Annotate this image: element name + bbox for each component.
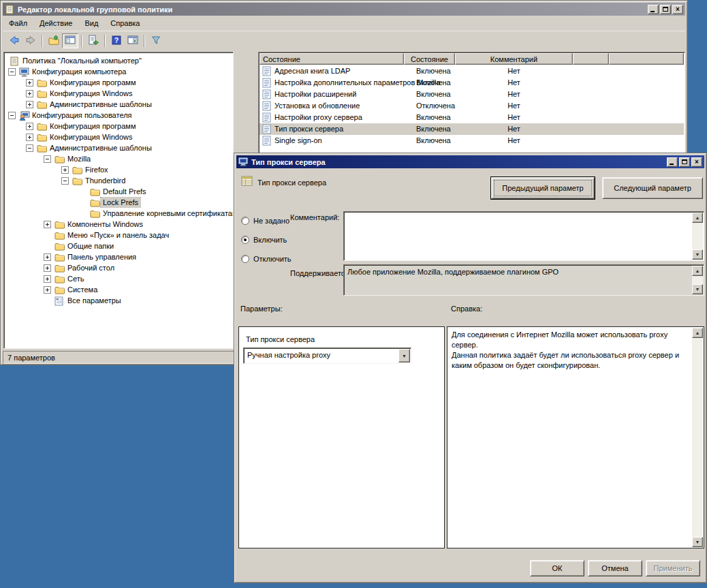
radio-checked-icon[interactable] bbox=[241, 236, 249, 244]
dialog-maximize-button[interactable] bbox=[679, 157, 690, 167]
comment-scrollbar[interactable]: ▲ ▼ bbox=[692, 213, 703, 260]
export-list-button[interactable] bbox=[85, 33, 101, 48]
tree-item[interactable]: Конфигурация программ bbox=[4, 121, 233, 132]
menu-action[interactable]: Действие bbox=[33, 17, 78, 29]
table-row[interactable]: Настройки расширенийВключенаНет bbox=[260, 89, 684, 100]
tree-item[interactable]: Firefox bbox=[4, 165, 233, 176]
expand-plus-icon[interactable] bbox=[26, 101, 33, 108]
comment-textarea[interactable]: ▲ ▼ bbox=[343, 211, 704, 261]
tree-item[interactable]: Управление корневыми сертификатами bbox=[4, 208, 233, 219]
help-button[interactable]: ? bbox=[108, 33, 125, 48]
tree-item[interactable]: Конфигурация программ bbox=[4, 78, 233, 89]
folder-icon bbox=[54, 231, 65, 240]
main-title-bar[interactable]: Редактор локальной групповой политики × bbox=[3, 3, 685, 16]
forward-button[interactable] bbox=[22, 33, 39, 48]
column-header[interactable]: Состояние bbox=[260, 53, 404, 65]
up-folder-button[interactable] bbox=[46, 33, 62, 48]
dialog-title-bar[interactable]: Тип прокси сервера × bbox=[236, 155, 704, 168]
tree-item[interactable]: Административные шаблоны bbox=[4, 143, 233, 154]
tree-item[interactable]: Рабочий стол bbox=[4, 263, 233, 274]
column-header[interactable] bbox=[573, 53, 609, 65]
proxy-type-dialog: Тип прокси сервера × Тип прокси сервера … bbox=[234, 153, 707, 583]
tree-item[interactable]: Сеть bbox=[4, 274, 233, 285]
state-radio-0[interactable]: Не задано bbox=[241, 216, 289, 226]
filter-button[interactable] bbox=[148, 33, 164, 48]
tree-item[interactable]: Конфигурация пользователя bbox=[4, 110, 233, 121]
table-row[interactable]: Настройки proxy сервераВключенаНет bbox=[260, 112, 684, 123]
tree-item-label: Конфигурация Windows bbox=[48, 132, 135, 142]
tree-item[interactable]: Меню «Пуск» и панель задач bbox=[4, 230, 233, 241]
tree-item[interactable]: Конфигурация компьютера bbox=[4, 67, 233, 78]
dialog-minimize-button[interactable] bbox=[667, 157, 678, 167]
close-button[interactable]: × bbox=[672, 5, 683, 14]
column-header[interactable]: Комментарий bbox=[455, 53, 573, 65]
setting-state: Включена bbox=[416, 67, 451, 75]
expand-plus-icon[interactable] bbox=[44, 286, 51, 294]
tree-item[interactable]: Lock Prefs bbox=[4, 198, 233, 208]
expand-plus-icon[interactable] bbox=[26, 79, 33, 87]
tree-item[interactable]: Общие папки bbox=[4, 241, 233, 252]
collapse-minus-icon[interactable] bbox=[8, 112, 16, 119]
maximize-button[interactable] bbox=[660, 5, 671, 14]
scroll-down-icon[interactable]: ▼ bbox=[692, 249, 703, 260]
console-tree-button[interactable] bbox=[62, 33, 78, 48]
expand-plus-icon[interactable] bbox=[26, 90, 33, 97]
expand-plus-icon[interactable] bbox=[44, 221, 51, 228]
tree-item[interactable]: Политика "Локальный компьютер" bbox=[4, 56, 233, 67]
dialog-title: Тип прокси сервера bbox=[251, 158, 667, 166]
tree-item[interactable]: Система bbox=[4, 285, 233, 296]
column-header[interactable]: Состояние bbox=[404, 53, 455, 65]
ok-button[interactable]: ОК bbox=[530, 560, 584, 576]
collapse-minus-icon[interactable] bbox=[61, 177, 69, 185]
scroll-down-icon[interactable]: ▼ bbox=[692, 537, 703, 547]
tree-item[interactable]: Компоненты Windows bbox=[4, 219, 233, 230]
show-pane-button[interactable] bbox=[125, 33, 141, 48]
table-row[interactable]: Адресная книга LDAPВключенаНет bbox=[260, 65, 684, 77]
state-radio-1[interactable]: Включить bbox=[241, 235, 287, 245]
tree-item[interactable]: Конфигурация Windows bbox=[4, 89, 233, 99]
menu-view[interactable]: Вид bbox=[78, 17, 104, 29]
folder-icon bbox=[90, 187, 100, 196]
collapse-minus-icon[interactable] bbox=[26, 144, 33, 152]
tree-item[interactable]: Mozilla bbox=[4, 154, 233, 165]
tree-item[interactable]: Административные шаблоны bbox=[4, 99, 233, 110]
scroll-down-icon[interactable]: ▼ bbox=[692, 284, 703, 294]
tree-item[interactable]: Панель управления bbox=[4, 252, 233, 263]
state-radio-2[interactable]: Отключить bbox=[241, 254, 292, 264]
table-row[interactable]: Установка и обновлениеОтключенаНет bbox=[260, 100, 684, 112]
table-row[interactable]: Тип прокси сервераВключенаНет bbox=[260, 123, 684, 135]
expand-plus-icon[interactable] bbox=[61, 166, 69, 174]
setting-comment: Нет bbox=[455, 136, 573, 144]
chevron-down-icon[interactable]: ▼ bbox=[398, 349, 410, 362]
menu-help[interactable]: Справка bbox=[104, 17, 146, 29]
expand-plus-icon[interactable] bbox=[26, 134, 33, 141]
cancel-button[interactable]: Отмена bbox=[588, 560, 642, 576]
expand-plus-icon[interactable] bbox=[44, 253, 51, 261]
next-setting-button[interactable]: Следующий параметр bbox=[602, 177, 703, 199]
back-button[interactable] bbox=[6, 33, 22, 48]
expand-plus-icon[interactable] bbox=[44, 275, 51, 283]
scroll-up-icon[interactable]: ▲ bbox=[692, 328, 703, 338]
table-row[interactable]: Single sign-onВключенаНет bbox=[260, 135, 684, 146]
proxy-type-select[interactable]: Ручная настройка proxy ▼ bbox=[243, 347, 411, 364]
tree-item[interactable]: Default Prefs bbox=[4, 187, 233, 198]
help-scrollbar[interactable]: ▲ ▼ bbox=[692, 328, 703, 547]
table-row[interactable]: Настройка дополнительных параметров Mozi… bbox=[260, 77, 684, 89]
collapse-minus-icon[interactable] bbox=[8, 68, 16, 76]
collapse-minus-icon[interactable] bbox=[44, 155, 51, 163]
expand-plus-icon[interactable] bbox=[26, 123, 33, 130]
radio-icon[interactable] bbox=[241, 255, 249, 263]
radio-icon[interactable] bbox=[241, 217, 249, 225]
tree-item[interactable]: Thunderbird bbox=[4, 176, 233, 187]
tree-item-label: Сеть bbox=[65, 274, 86, 283]
dialog-close-button[interactable]: × bbox=[691, 157, 702, 167]
scroll-up-icon[interactable]: ▲ bbox=[692, 213, 703, 223]
scroll-up-icon[interactable]: ▲ bbox=[692, 266, 703, 276]
tree-item[interactable]: Конфигурация Windows bbox=[4, 132, 233, 143]
minimize-button[interactable] bbox=[648, 5, 659, 14]
menu-file[interactable]: Файл bbox=[3, 17, 33, 29]
expand-plus-icon[interactable] bbox=[44, 264, 51, 272]
supported-scrollbar[interactable]: ▲ ▼ bbox=[692, 266, 703, 294]
tree-item[interactable]: Все параметры bbox=[4, 296, 233, 307]
previous-setting-button[interactable]: Предыдущий параметр bbox=[491, 177, 595, 199]
